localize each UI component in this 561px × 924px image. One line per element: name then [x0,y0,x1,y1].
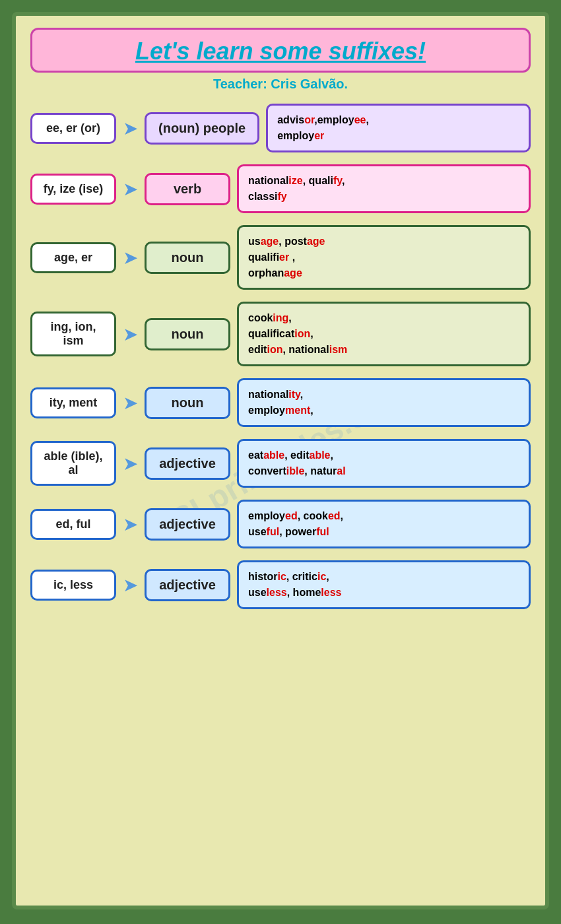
suffix-able-ible-al: able (ible),al [30,441,116,486]
word-type-6: adjective [145,447,230,480]
arrow-4: ➤ [123,323,138,345]
suffix-age-er: age, er [30,242,116,273]
examples-8: historic, criticic,useless, homeless [237,560,531,609]
examples-6: eatable, editable,convertible, natural [237,439,531,488]
word-type-8: adjective [145,569,230,601]
arrow-1: ➤ [123,117,138,139]
arrow-2: ➤ [123,178,138,200]
examples-7: employed, cooked,useful, powerful [237,500,531,548]
row-fy-ize: fy, ize (ise) ➤ verb nationalize, qualif… [30,164,531,213]
subtitle: Teacher: Cris Galvão. [30,77,531,92]
word-type-2: verb [145,173,230,205]
row-ic-less: ic, less ➤ adjective historic, criticic,… [30,560,531,609]
examples-5: nationality,employment, [237,378,531,427]
row-ed-ful: ed, ful ➤ adjective employed, cooked,use… [30,500,531,548]
word-type-1: (noun) people [145,112,259,145]
title-box: Let's learn some suffixes! [30,28,531,73]
word-type-5: noun [145,387,230,419]
row-able-ible-al: able (ible),al ➤ adjective eatable, edit… [30,439,531,488]
row-age-er: age, er ➤ noun usage, postagequalifier ,… [30,225,531,290]
suffix-ee-er: ee, er (or) [30,113,116,144]
suffix-ic-less: ic, less [30,570,116,601]
examples-4: cooking,qualification,edition, nationali… [237,302,531,366]
suffix-ity-ment: ity, ment [30,387,116,418]
examples-3: usage, postagequalifier ,orphanage [237,225,531,290]
word-type-3: noun [145,242,230,274]
word-type-4: noun [145,318,230,350]
suffix-fy-ize: fy, ize (ise) [30,174,116,205]
row-ing-ion-ism: ing, ion,ism ➤ noun cooking,qualificatio… [30,302,531,366]
examples-1: advisor,employee,employer [266,104,531,152]
word-type-7: adjective [145,508,230,541]
arrow-5: ➤ [123,392,138,414]
arrow-8: ➤ [123,574,138,596]
suffix-ed-ful: ed, ful [30,509,116,540]
suffix-ing-ion-ism: ing, ion,ism [30,312,116,356]
arrow-6: ➤ [123,453,138,475]
examples-2: nationalize, qualify,classify [237,164,531,213]
row-ee-er: ee, er (or) ➤ (noun) people advisor,empl… [30,104,531,152]
arrow-3: ➤ [123,247,138,269]
arrow-7: ➤ [123,513,138,535]
page-title: Let's learn some suffixes! [46,38,515,65]
row-ity-ment: ity, ment ➤ noun nationality,employment, [30,378,531,427]
